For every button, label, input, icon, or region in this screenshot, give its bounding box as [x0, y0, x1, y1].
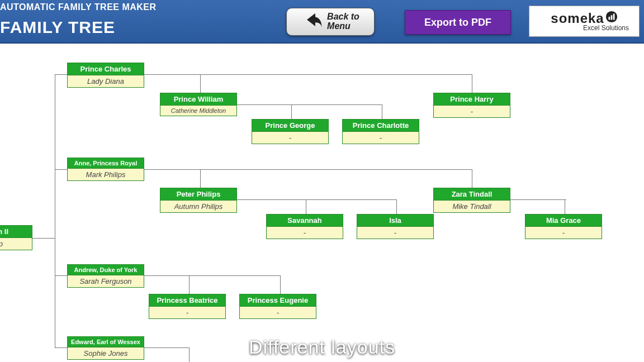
person-spouse: -	[149, 307, 225, 318]
person-spouse: Autumn Philips	[160, 201, 236, 212]
person-primary: Peter Philips	[160, 188, 236, 201]
node-beatrice[interactable]: Princess Beatrice -	[149, 294, 226, 319]
logo-sub-text: Excel Solutions	[583, 24, 629, 32]
app-name-label: AUTOMATIC FAMILY TREE MAKER	[0, 2, 157, 12]
person-primary: Isla	[357, 215, 433, 227]
svg-rect-2	[610, 15, 612, 20]
node-anne[interactable]: Anne, Princess Royal Mark Philips	[67, 158, 144, 181]
family-tree-canvas: zabeth II Philip Prince Charles Lady Dia…	[0, 44, 644, 362]
person-spouse: -	[434, 106, 510, 117]
connector	[472, 74, 472, 93]
node-root[interactable]: zabeth II Philip	[0, 225, 32, 250]
connector	[510, 199, 566, 200]
node-charles[interactable]: Prince Charles Lady Diana	[67, 63, 144, 88]
person-spouse: -	[343, 132, 419, 144]
node-george[interactable]: Prince George -	[252, 119, 329, 144]
connector	[144, 169, 200, 170]
node-charlotte[interactable]: Prince Charlotte -	[342, 119, 419, 144]
node-william[interactable]: Prince William Catherine Middleton	[160, 93, 237, 116]
connector	[200, 169, 472, 170]
connector	[200, 74, 472, 75]
person-spouse: -	[240, 307, 316, 318]
person-spouse: Philip	[0, 238, 32, 250]
back-to-menu-button[interactable]: Back to Menu	[286, 8, 375, 36]
node-andrew[interactable]: Andrew, Duke of York Sarah Ferguson	[67, 264, 144, 288]
connector	[291, 104, 382, 105]
connector	[55, 74, 55, 348]
connector	[200, 169, 201, 188]
node-zara[interactable]: Zara Tindall Mike Tindall	[433, 188, 510, 213]
person-primary: Savannah	[267, 215, 343, 227]
person-primary: Princess Beatrice	[149, 294, 225, 307]
person-primary: Prince George	[252, 120, 328, 132]
page-title: FAMILY TREE	[0, 18, 115, 37]
connector	[237, 199, 310, 200]
export-to-pdf-button[interactable]: Export to PDF	[405, 10, 511, 35]
connector	[200, 74, 201, 93]
back-button-label: Back to Menu	[327, 12, 359, 31]
connector	[189, 275, 190, 294]
back-arrow-icon	[301, 9, 324, 34]
node-peter[interactable]: Peter Philips Autumn Philips	[160, 188, 237, 213]
connector	[55, 74, 67, 75]
connector	[237, 104, 293, 105]
connector	[189, 275, 280, 276]
connector	[55, 275, 67, 276]
person-spouse: -	[267, 227, 343, 239]
person-primary: Anne, Princess Royal	[68, 158, 144, 169]
connector	[144, 74, 200, 75]
connector	[306, 199, 396, 200]
node-eugenie[interactable]: Princess Eugenie -	[239, 294, 316, 319]
connector	[144, 275, 189, 276]
person-primary: Princess Eugenie	[240, 294, 316, 307]
person-spouse: Catherine Middleton	[160, 106, 236, 116]
brand-logo: someka Excel Solutions	[529, 6, 640, 37]
connector	[382, 104, 382, 120]
person-primary: Prince Charles	[68, 63, 144, 75]
person-primary: Prince Harry	[434, 93, 510, 106]
person-primary: Andrew, Duke of York	[68, 265, 144, 275]
export-button-label: Export to PDF	[424, 17, 491, 28]
person-primary: Zara Tindall	[434, 188, 510, 201]
node-mia[interactable]: Mia Grace -	[525, 214, 602, 239]
connector	[291, 104, 292, 120]
connector	[55, 169, 67, 170]
person-primary: Prince Charlotte	[343, 120, 419, 132]
overlay-caption: Different layouts	[0, 336, 644, 358]
person-spouse: Sarah Ferguson	[68, 275, 144, 287]
connector	[280, 275, 281, 294]
person-primary: Prince William	[160, 93, 236, 106]
person-spouse: -	[357, 227, 433, 239]
node-harry[interactable]: Prince Harry -	[433, 93, 510, 118]
node-savannah[interactable]: Savannah -	[266, 214, 343, 239]
person-spouse: -	[252, 132, 328, 144]
app-frame: AUTOMATIC FAMILY TREE MAKER FAMILY TREE …	[0, 0, 644, 362]
person-primary: zabeth II	[0, 226, 32, 238]
connector	[565, 199, 565, 215]
connector	[306, 199, 306, 215]
connector	[32, 238, 55, 239]
connector	[396, 199, 397, 215]
svg-rect-3	[613, 14, 614, 20]
person-primary: Mia Grace	[525, 215, 602, 227]
connector	[472, 169, 472, 188]
person-spouse: -	[525, 227, 602, 239]
person-spouse: Mark Philips	[68, 169, 144, 180]
node-isla[interactable]: Isla -	[357, 214, 434, 239]
header-bar: AUTOMATIC FAMILY TREE MAKER FAMILY TREE …	[0, 0, 644, 44]
svg-rect-1	[608, 17, 610, 20]
person-spouse: Lady Diana	[68, 75, 144, 87]
person-spouse: Mike Tindall	[434, 201, 510, 212]
